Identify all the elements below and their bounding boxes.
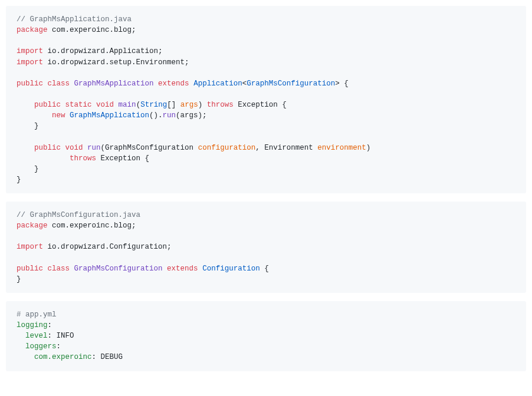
code-token: INFO xyxy=(57,332,74,340)
code-token xyxy=(17,332,25,340)
code-token: import xyxy=(17,243,43,251)
code-token xyxy=(70,265,74,273)
code-token: (). xyxy=(149,111,163,120)
code-token: // GraphMsApplication.java xyxy=(17,15,132,24)
code-token: level xyxy=(25,332,48,340)
code-token: static xyxy=(65,101,92,109)
code-token xyxy=(114,101,119,109)
code-token xyxy=(17,101,34,109)
code-token: throws xyxy=(207,101,234,109)
code-token: import xyxy=(17,47,43,55)
code-token: : xyxy=(48,332,57,340)
code-token: new xyxy=(52,111,65,120)
code-token: GraphMsConfiguration xyxy=(247,80,335,88)
code-token: io.dropwizard.setup.Environment; xyxy=(43,58,189,67)
code-token: String xyxy=(140,101,167,109)
code-token: { xyxy=(260,265,269,273)
code-token: package xyxy=(17,26,48,34)
code-token xyxy=(92,101,97,109)
code-token xyxy=(17,144,34,152)
code-token: environment xyxy=(317,144,366,152)
code-token xyxy=(17,154,70,163)
code-token: main xyxy=(119,101,136,109)
code-token: GraphMsApplication xyxy=(70,111,149,120)
code-token: public xyxy=(34,144,61,152)
code-token xyxy=(154,80,159,88)
code-token: configuration xyxy=(198,144,256,152)
code-token xyxy=(17,342,25,351)
code-token xyxy=(43,80,48,88)
code-token: } xyxy=(17,176,21,184)
code-token: void xyxy=(96,101,114,109)
code-block-app-yml: # app.yml logging: level: INFO loggers: … xyxy=(6,301,526,371)
code-token xyxy=(43,265,48,273)
code-token: // GraphMsConfiguration.java xyxy=(17,211,140,219)
code-token xyxy=(198,265,203,273)
code-token xyxy=(17,353,34,361)
code-token: package xyxy=(17,222,48,230)
code-token xyxy=(70,80,74,88)
code-token: com.experoinc.blog; xyxy=(48,222,136,230)
code-token: : xyxy=(57,342,61,351)
code-token: run xyxy=(163,111,176,120)
code-token: public xyxy=(17,265,43,273)
code-token: extends xyxy=(167,265,198,273)
code-token: import xyxy=(17,58,43,67)
code-token: public xyxy=(17,80,43,88)
code-token xyxy=(189,80,194,88)
code-content[interactable]: // GraphMsApplication.java package com.e… xyxy=(17,14,515,185)
code-token: public xyxy=(34,101,61,109)
code-token: (GraphMsConfiguration xyxy=(101,144,198,152)
code-token xyxy=(61,144,65,152)
code-token: } xyxy=(17,275,21,283)
code-token: class xyxy=(48,80,70,88)
code-token: DEBUG xyxy=(101,353,123,361)
code-token: args xyxy=(180,101,198,109)
code-token: run xyxy=(87,144,101,152)
code-token: } xyxy=(17,165,39,173)
code-token xyxy=(65,111,70,120)
code-token: GraphMsConfiguration xyxy=(74,265,163,273)
code-token: loggers xyxy=(25,342,57,351)
code-token: throws xyxy=(70,154,96,163)
code-block-app-java: // GraphMsApplication.java package com.e… xyxy=(6,6,526,193)
code-token: } xyxy=(17,122,39,130)
code-token: ( xyxy=(136,101,141,109)
code-token: > { xyxy=(335,80,349,88)
code-token: Application xyxy=(193,80,242,88)
code-token: extends xyxy=(158,80,189,88)
code-token: : xyxy=(48,321,52,329)
code-token: GraphMsApplication xyxy=(74,80,154,88)
code-token: io.dropwizard.Application; xyxy=(43,47,163,55)
code-token: Exception { xyxy=(234,101,287,109)
code-token xyxy=(61,101,65,109)
code-token: (args); xyxy=(176,111,207,120)
code-token: com.experoinc xyxy=(34,353,92,361)
code-token xyxy=(163,265,168,273)
code-token: : xyxy=(92,353,101,361)
code-token: logging xyxy=(17,321,48,329)
code-content[interactable]: # app.yml logging: level: INFO loggers: … xyxy=(17,309,515,363)
code-token: Configuration xyxy=(202,265,260,273)
code-token: io.dropwizard.Configuration; xyxy=(43,243,172,251)
code-token: ) xyxy=(366,144,371,152)
code-token: com.experoinc.blog; xyxy=(48,26,136,34)
code-content[interactable]: // GraphMsConfiguration.java package com… xyxy=(17,210,515,285)
code-token: [] xyxy=(167,101,180,109)
code-token: # app.yml xyxy=(17,311,57,319)
code-token: void xyxy=(65,144,83,152)
code-block-config-java: // GraphMsConfiguration.java package com… xyxy=(6,202,526,293)
code-token: , Environment xyxy=(255,144,317,152)
code-token xyxy=(17,111,52,120)
code-token: class xyxy=(48,265,70,273)
code-token: Exception { xyxy=(96,154,149,163)
code-snippets-container: // GraphMsApplication.java package com.e… xyxy=(6,6,526,371)
code-token: ) xyxy=(198,101,207,109)
code-token xyxy=(83,144,88,152)
